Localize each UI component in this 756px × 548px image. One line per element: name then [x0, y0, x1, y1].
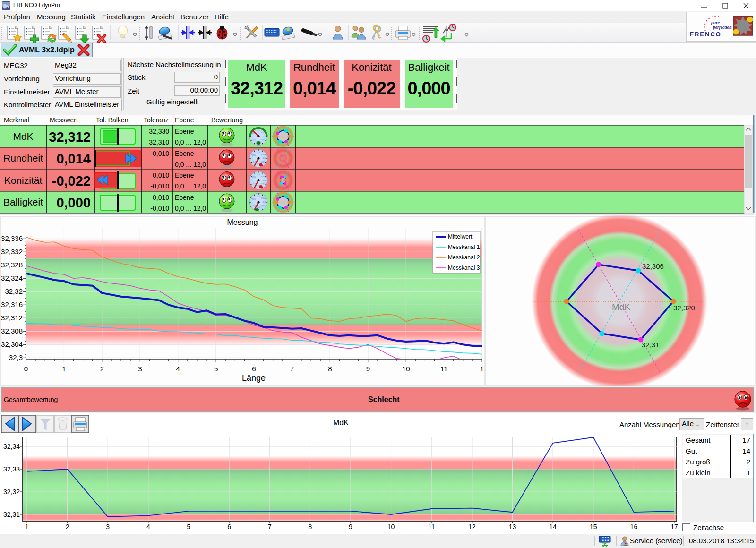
- svg-text:32,312: 32,312: [1, 314, 23, 322]
- svg-text:MdK: MdK: [612, 302, 630, 312]
- svg-text:Messung: Messung: [227, 218, 258, 226]
- svg-text:1: 1: [480, 365, 484, 373]
- svg-text:Merkmal: Merkmal: [4, 116, 29, 124]
- svg-text:Ebene: Ebene: [175, 128, 194, 135]
- svg-text:16: 16: [630, 523, 638, 531]
- svg-text:Ebene: Ebene: [175, 194, 194, 201]
- svg-text:pure: pure: [711, 20, 720, 25]
- svg-text:Balligkeit: Balligkeit: [3, 197, 43, 207]
- svg-text:32,320: 32,320: [673, 304, 695, 312]
- svg-text:Messkanal 2: Messkanal 2: [448, 254, 480, 261]
- svg-text:0,010: 0,010: [153, 171, 169, 179]
- svg-text:Ebene: Ebene: [175, 171, 194, 179]
- svg-text:32,33: 32,33: [3, 465, 20, 473]
- svg-text:4: 4: [146, 523, 150, 531]
- svg-text:-0,010: -0,010: [150, 205, 169, 212]
- svg-text:32,310: 32,310: [149, 138, 169, 146]
- svg-text:Bewertung: Bewertung: [211, 116, 243, 124]
- svg-text:Ebene: Ebene: [175, 150, 194, 157]
- svg-text:11: 11: [440, 365, 448, 373]
- svg-text:3: 3: [106, 523, 110, 531]
- svg-text:Messkanal 3: Messkanal 3: [448, 265, 480, 271]
- svg-text:12: 12: [468, 523, 476, 531]
- svg-text:14: 14: [549, 523, 557, 531]
- svg-text:32,332: 32,332: [1, 248, 23, 256]
- svg-text:10: 10: [402, 365, 410, 373]
- svg-text:2: 2: [66, 523, 69, 531]
- svg-text:32,308: 32,308: [1, 327, 23, 335]
- svg-text:15: 15: [590, 523, 597, 531]
- svg-text:0,0 ... 12,0: 0,0 ... 12,0: [175, 205, 206, 212]
- svg-text:5: 5: [187, 523, 191, 531]
- svg-text:MdK: MdK: [13, 131, 33, 142]
- svg-text:11: 11: [428, 523, 435, 531]
- svg-text:32,324: 32,324: [1, 274, 23, 282]
- svg-text:Länge: Länge: [242, 373, 266, 383]
- svg-text:32,336: 32,336: [1, 234, 23, 242]
- svg-text:0,0 ... 12,0: 0,0 ... 12,0: [175, 182, 206, 190]
- svg-text:8: 8: [309, 523, 312, 531]
- svg-text:Messkanal 1: Messkanal 1: [448, 244, 480, 250]
- svg-text:7: 7: [268, 523, 272, 531]
- svg-text:-0,010: -0,010: [150, 182, 169, 190]
- svg-text:0,000: 0,000: [56, 195, 91, 210]
- svg-text:2: 2: [100, 365, 104, 373]
- svg-text:0,014: 0,014: [56, 151, 91, 166]
- svg-text:Messwert: Messwert: [50, 116, 78, 124]
- svg-text:4: 4: [176, 365, 180, 373]
- svg-text:7: 7: [290, 365, 294, 373]
- svg-text:6: 6: [252, 365, 256, 373]
- svg-text:8: 8: [328, 365, 332, 373]
- svg-text:perfection: perfection: [713, 25, 732, 30]
- svg-text:32,304: 32,304: [1, 340, 23, 348]
- svg-text:9: 9: [366, 365, 370, 373]
- svg-text:Tol. Balken: Tol. Balken: [96, 116, 128, 124]
- svg-text:6: 6: [227, 523, 231, 531]
- svg-text:S: S: [624, 540, 627, 547]
- svg-text:5: 5: [214, 365, 218, 373]
- svg-text:32,31: 32,31: [3, 511, 20, 518]
- svg-text:9: 9: [349, 523, 352, 531]
- svg-text:Rundheit: Rundheit: [3, 153, 43, 163]
- svg-text:0,010: 0,010: [153, 194, 169, 201]
- svg-text:32,32: 32,32: [5, 287, 23, 295]
- svg-text:10: 10: [387, 523, 395, 531]
- svg-text:32,306: 32,306: [642, 262, 664, 270]
- svg-text:Mittelwert: Mittelwert: [448, 233, 472, 240]
- svg-text:32,330: 32,330: [149, 128, 169, 135]
- svg-text:0,0 ... 12,0: 0,0 ... 12,0: [175, 161, 206, 168]
- svg-text:32,316: 32,316: [1, 300, 23, 308]
- svg-text:32,34: 32,34: [3, 443, 20, 450]
- svg-text:FRENCO: FRENCO: [690, 31, 722, 38]
- svg-text:-0,022: -0,022: [52, 173, 91, 188]
- svg-text:0,0 ... 12,0: 0,0 ... 12,0: [175, 138, 206, 146]
- svg-text:1: 1: [62, 365, 66, 373]
- svg-text:0: 0: [24, 365, 28, 373]
- svg-text:32,3: 32,3: [9, 353, 23, 361]
- svg-text:Konizität: Konizität: [4, 175, 43, 186]
- svg-text:17: 17: [670, 523, 678, 531]
- svg-text:32,32: 32,32: [3, 488, 20, 496]
- svg-text:Ebene: Ebene: [175, 116, 194, 124]
- svg-text:32,311: 32,311: [642, 341, 663, 349]
- svg-text:32,312: 32,312: [49, 129, 91, 145]
- svg-text:1: 1: [25, 523, 29, 531]
- svg-text:Toleranz: Toleranz: [144, 116, 169, 124]
- svg-text:13: 13: [509, 523, 516, 531]
- svg-text:32,328: 32,328: [1, 261, 23, 269]
- svg-text:0,010: 0,010: [153, 150, 169, 157]
- svg-text:3: 3: [138, 365, 142, 373]
